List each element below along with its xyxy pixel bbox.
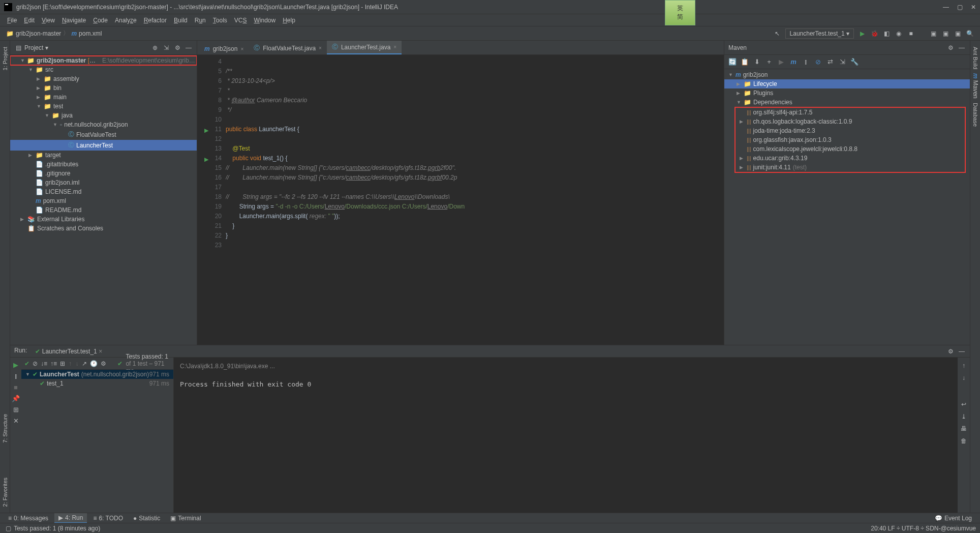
gear-icon[interactable]: ⚙ bbox=[173, 44, 181, 52]
toolbar-icon[interactable]: ▣ bbox=[954, 29, 962, 38]
print-icon[interactable]: 🖶 bbox=[960, 425, 968, 433]
tree-item[interactable]: mpom.xml bbox=[10, 196, 197, 205]
target-icon[interactable]: ⊕ bbox=[151, 44, 159, 52]
tree-item[interactable]: 📄grib2json.iml bbox=[10, 178, 197, 187]
menu-build[interactable]: Build bbox=[171, 16, 191, 25]
tree-item[interactable]: ⒸFloatValueTest bbox=[10, 129, 197, 140]
layout-icon[interactable]: ⊞ bbox=[12, 405, 20, 413]
editor-tab[interactable]: mgrib2json× bbox=[199, 43, 249, 54]
scratches[interactable]: 📋 Scratches and Consoles bbox=[10, 224, 197, 233]
menu-file[interactable]: File bbox=[4, 16, 20, 25]
scroll-icon[interactable]: ⤓ bbox=[960, 412, 968, 421]
down-icon[interactable]: ↓ bbox=[960, 374, 968, 382]
coverage-button[interactable]: ◧ bbox=[882, 29, 891, 38]
expand-icon[interactable]: ⊞ bbox=[60, 360, 65, 368]
tree-item[interactable]: ▶📁target bbox=[10, 151, 197, 160]
tree-item[interactable]: ▶📁assembly bbox=[10, 74, 197, 83]
run-button[interactable]: ▶ bbox=[858, 29, 866, 38]
menu-help[interactable]: Help bbox=[280, 16, 298, 25]
wrench-icon[interactable]: 🔧 bbox=[850, 58, 859, 66]
menu-code[interactable]: Code bbox=[90, 16, 111, 25]
maven-plugins[interactable]: ▶📁Plugins bbox=[724, 88, 970, 98]
tree-item[interactable]: 📄.gitignore bbox=[10, 169, 197, 178]
tree-item[interactable]: 📄.gitattributes bbox=[10, 160, 197, 169]
close-button[interactable]: ✕ bbox=[971, 4, 976, 11]
passed-filter-icon[interactable]: ✔ bbox=[24, 360, 29, 368]
menu-view[interactable]: View bbox=[39, 16, 58, 25]
search-icon[interactable]: 🔍 bbox=[966, 29, 974, 38]
maven-dependency[interactable]: ||| joda-time:joda-time:2.3 bbox=[736, 126, 965, 135]
tree-item[interactable]: 📄README.md bbox=[10, 205, 197, 215]
run-tests-tree[interactable]: ▼✔ LauncherTest (net.nullschool.grib2jso… bbox=[21, 370, 173, 513]
maven-dependency[interactable]: ||| org.glassfish:javax.json:1.0.3 bbox=[736, 135, 965, 144]
menu-run[interactable]: Run bbox=[192, 16, 209, 25]
menu-edit[interactable]: Edit bbox=[21, 16, 38, 25]
breadcrumb-item[interactable]: 📁 grib2json-master bbox=[6, 30, 61, 37]
bottom-tab[interactable]: ≡6: TODO bbox=[89, 513, 127, 523]
up-icon[interactable]: ↑ bbox=[68, 360, 72, 368]
tree-item[interactable]: ⒸLauncherTest bbox=[10, 140, 197, 151]
tab-close-icon[interactable]: × bbox=[319, 45, 322, 51]
test-suite-item[interactable]: ▼✔ LauncherTest (net.nullschool.grib2jso… bbox=[21, 370, 173, 379]
ant-build-tool[interactable]: Ant Build bbox=[972, 47, 978, 69]
gear-icon[interactable]: ⚙ bbox=[946, 44, 955, 52]
event-log[interactable]: 💬 Event Log bbox=[931, 514, 976, 523]
history-icon[interactable]: 🕐 bbox=[90, 360, 98, 368]
tree-item[interactable]: ▼📁java bbox=[10, 111, 197, 120]
gear-icon[interactable]: ⚙ bbox=[946, 347, 955, 356]
add-icon[interactable]: + bbox=[765, 58, 773, 66]
tool-window-icon[interactable]: ▢ bbox=[4, 524, 12, 532]
soft-wrap-icon[interactable]: ↩ bbox=[960, 400, 968, 408]
gear-icon[interactable]: ⚙ bbox=[101, 360, 106, 368]
nav-back-icon[interactable]: ↖ bbox=[773, 29, 781, 38]
maven-dependency[interactable]: ▶||| junit:junit:4.11 (test) bbox=[736, 163, 965, 172]
skip-icon[interactable]: ⊘ bbox=[814, 58, 822, 66]
profile-button[interactable]: ◉ bbox=[895, 29, 903, 38]
hide-icon[interactable]: — bbox=[958, 347, 966, 356]
stop-button[interactable]: ■ bbox=[907, 29, 915, 38]
test-item[interactable]: ✔ test_1 971 ms bbox=[21, 379, 173, 388]
maven-icon[interactable]: m bbox=[789, 58, 798, 66]
stop-icon[interactable]: ■ bbox=[12, 383, 20, 391]
bottom-tab[interactable]: ≡0: Messages bbox=[4, 513, 52, 523]
close-icon[interactable]: ✕ bbox=[12, 417, 20, 425]
project-panel-title[interactable]: Project bbox=[24, 44, 43, 51]
tree-item[interactable]: ▼📁src bbox=[10, 65, 197, 74]
download-icon[interactable]: ⬇ bbox=[753, 58, 761, 66]
tree-root[interactable]: ▼ 📁 grib2json-master [grib2json] E:\soft… bbox=[10, 56, 197, 65]
offline-icon[interactable]: ⇄ bbox=[826, 58, 834, 66]
maven-lifecycle[interactable]: ▶📁Lifecycle bbox=[724, 79, 970, 88]
editor-tab[interactable]: ⒸFloatValueTest.java× bbox=[249, 42, 327, 54]
favorites-tool[interactable]: 2: Favorites bbox=[2, 478, 8, 507]
toolbar-icon[interactable]: ▣ bbox=[929, 29, 937, 38]
clear-icon[interactable]: 🗑 bbox=[960, 437, 968, 445]
debug-button[interactable]: 🐞 bbox=[870, 29, 878, 38]
toolbar-icon[interactable]: ▣ bbox=[941, 29, 950, 38]
maven-dependency[interactable]: ▶||| ch.qos.logback:logback-classic:1.0.… bbox=[736, 117, 965, 126]
menu-tools[interactable]: Tools bbox=[210, 16, 230, 25]
tab-close-icon[interactable]: × bbox=[240, 46, 243, 52]
database-tool[interactable]: Database bbox=[972, 103, 978, 127]
tree-item[interactable]: ▼▫net.nullschool.grib2json bbox=[10, 120, 197, 129]
bottom-tab[interactable]: ▶4: Run bbox=[54, 513, 87, 523]
menu-refactor[interactable]: Refactor bbox=[141, 16, 170, 25]
menu-analyze[interactable]: Analyze bbox=[112, 16, 140, 25]
tree-item[interactable]: ▶📁bin bbox=[10, 83, 197, 93]
rerun-icon[interactable]: ▶ bbox=[12, 361, 20, 369]
tree-item[interactable]: 📄LICENSE.md bbox=[10, 187, 197, 196]
minimize-button[interactable]: — bbox=[943, 4, 949, 11]
external-libraries[interactable]: ▶ 📚 External Libraries bbox=[10, 215, 197, 224]
maven-dependencies[interactable]: ▼📁Dependencies bbox=[724, 98, 970, 107]
maven-dependency[interactable]: ||| com.lexicalscope.jewelcli:jewelcli:0… bbox=[736, 144, 965, 154]
menu-vcs[interactable]: VCS bbox=[231, 16, 250, 25]
tree-item[interactable]: ▶📁main bbox=[10, 93, 197, 102]
project-view-icon[interactable]: ▤ bbox=[14, 44, 22, 52]
sort-icon[interactable]: ↓≡ bbox=[41, 360, 47, 368]
collapse-icon[interactable]: ⇲ bbox=[162, 44, 170, 52]
dropdown-icon[interactable]: ▾ bbox=[45, 44, 48, 51]
tab-close-icon[interactable]: × bbox=[393, 44, 396, 50]
menu-window[interactable]: Window bbox=[251, 16, 279, 25]
hide-icon[interactable]: — bbox=[185, 44, 193, 52]
run-icon[interactable]: ▶ bbox=[777, 58, 785, 66]
run-console[interactable]: C:\Java\jdk1.8.0_91\bin\java.exe ...Proc… bbox=[174, 358, 958, 513]
